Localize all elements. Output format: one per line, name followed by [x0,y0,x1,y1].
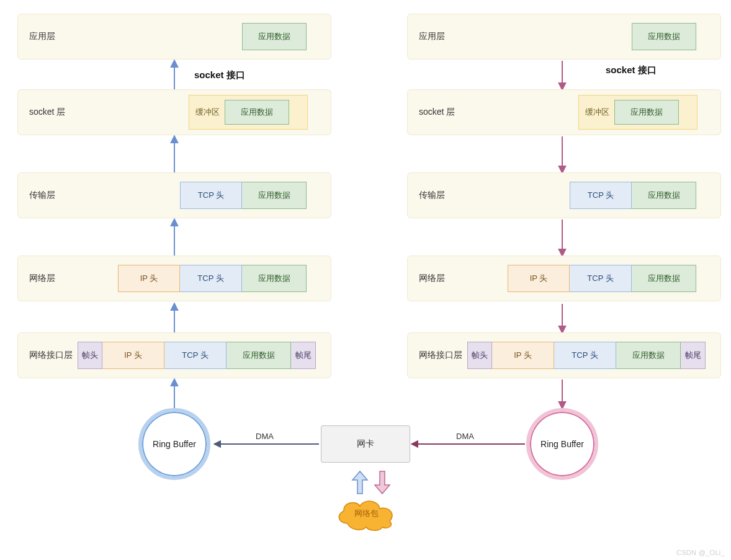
segment-app-data: 应用数据 [226,342,291,369]
right-buffer: 缓冲区 应用数据 [578,95,697,130]
layer-label: 传输层 [18,190,86,201]
segment-app-data: 应用数据 [632,265,696,292]
segment-tcp-header: TCP 头 [164,342,226,369]
ring-buffer-label: Ring Buffer [153,439,196,449]
segment-app-data: 应用数据 [632,23,696,50]
buffer-label: 缓冲区 [195,107,220,118]
right-network-segments: IP 头 TCP 头 应用数据 [508,265,696,292]
left-app-segments: 应用数据 [242,23,307,50]
left-socket-interface-label: socket 接口 [194,69,245,81]
segment-tcp-header: TCP 头 [180,182,242,209]
segment-frame-header: 帧头 [78,342,102,369]
packet-cloud-label: 网络包 [354,508,379,519]
layer-label: 网络层 [408,273,476,284]
layer-label: 网络层 [18,273,86,284]
segment-tcp-header: TCP 头 [554,342,616,369]
segment-app-data: 应用数据 [225,100,289,125]
left-buffer: 缓冲区 应用数据 [189,95,308,130]
segment-tcp-header: TCP 头 [570,265,632,292]
layer-label: 网络接口层 [18,350,77,361]
segment-ip-header: IP 头 [102,342,164,369]
segment-tcp-header: TCP 头 [180,265,242,292]
buffer-label: 缓冲区 [585,107,609,118]
layer-label: 应用层 [408,31,476,42]
nic-label: 网卡 [357,438,374,450]
layer-label: socket 层 [18,107,86,118]
layer-label: 应用层 [18,31,86,42]
left-transport-segments: TCP 头 应用数据 [180,182,307,209]
right-link-segments: 帧头 IP 头 TCP 头 应用数据 帧尾 [467,342,706,369]
right-dma-label: DMA [456,432,474,441]
right-transport-segments: TCP 头 应用数据 [570,182,696,209]
right-ring-buffer: Ring Buffer [526,408,598,480]
segment-frame-header: 帧头 [467,342,492,369]
segment-tcp-header: TCP 头 [570,182,632,209]
segment-app-data: 应用数据 [242,265,307,292]
left-link-segments: 帧头 IP 头 TCP 头 应用数据 帧尾 [78,342,316,369]
segment-app-data: 应用数据 [616,342,681,369]
left-network-segments: IP 头 TCP 头 应用数据 [118,265,307,292]
segment-ip-header: IP 头 [118,265,180,292]
segment-app-data: 应用数据 [242,182,307,209]
watermark: CSDN @_OLi_ [676,549,725,556]
segment-ip-header: IP 头 [508,265,570,292]
layer-label: socket 层 [408,107,476,118]
left-dma-label: DMA [256,432,274,441]
ring-buffer-label: Ring Buffer [540,439,584,449]
segment-app-data: 应用数据 [614,100,679,125]
packet-cloud: 网络包 [333,496,400,531]
left-ring-buffer: Ring Buffer [138,408,210,480]
right-app-segments: 应用数据 [632,23,696,50]
nic-box: 网卡 [321,425,410,463]
segment-frame-tail: 帧尾 [291,342,316,369]
right-socket-interface-label: socket 接口 [606,64,657,76]
segment-frame-tail: 帧尾 [681,342,706,369]
layer-label: 网络接口层 [408,350,467,361]
segment-app-data: 应用数据 [242,23,307,50]
layer-label: 传输层 [408,190,476,201]
segment-app-data: 应用数据 [632,182,696,209]
diagram-stage: 应用层 应用数据 socket 接口 socket 层 缓冲区 应用数据 传输层… [0,0,731,560]
segment-ip-header: IP 头 [492,342,554,369]
